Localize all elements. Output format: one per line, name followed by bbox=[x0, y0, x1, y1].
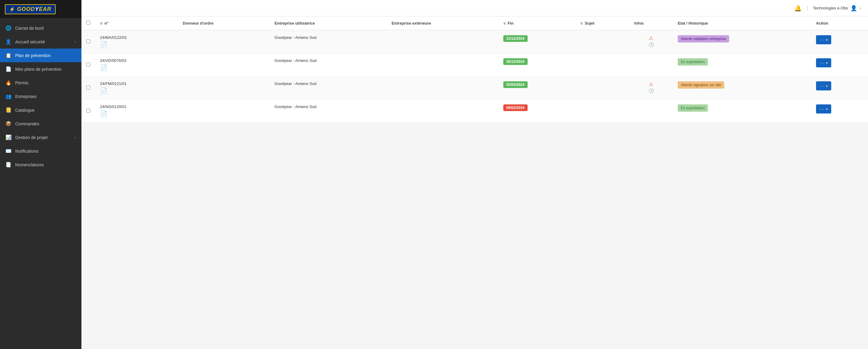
row-infos-2: ⚠ 🕐 bbox=[629, 76, 673, 100]
sidebar-item-notifications[interactable]: ✉️ Notifications bbox=[0, 144, 82, 158]
row-fin-0: 31/12/2024 bbox=[498, 30, 576, 54]
action-button-3[interactable]: ··· ▾ bbox=[816, 104, 832, 113]
sidebar-item-plan-de-prevention[interactable]: 📋 Plan de prévention bbox=[0, 48, 82, 62]
row-checkbox-3[interactable] bbox=[86, 109, 90, 113]
nav-label-notifications: Notifications bbox=[15, 149, 76, 153]
sidebar-logo: ⚡ GOODYEAR bbox=[0, 0, 82, 19]
top-bar: 🔔 | Technologies e-Obs 👤 › bbox=[82, 0, 868, 16]
pdf-icon-0[interactable]: 📄 bbox=[100, 41, 107, 48]
nav-icon-permis: 🔥 bbox=[5, 80, 11, 85]
row-donneur-1 bbox=[178, 54, 270, 76]
row-sujet-0 bbox=[575, 30, 629, 54]
action-button-1[interactable]: ··· ▾ bbox=[816, 58, 832, 67]
sidebar-item-entreprises[interactable]: 👥 Entreprises bbox=[0, 90, 82, 103]
pdf-icon-1[interactable]: 📄 bbox=[100, 64, 107, 71]
row-status-3: En exploitation bbox=[673, 100, 811, 123]
nav-label-gestion-projet: Gestion de projet bbox=[15, 135, 71, 140]
table-header-row: ⇅ n° Donneur d'ordre Entreprise utilisat… bbox=[82, 16, 868, 30]
warning-icon-0: ⚠ bbox=[649, 35, 653, 41]
row-checkbox-cell-1 bbox=[82, 54, 95, 76]
header-sujet: ⇅ Sujet bbox=[575, 16, 629, 30]
action-button-2[interactable]: ··· ▾ bbox=[816, 81, 832, 91]
nav-icon-carnet-de-bord: 🌐 bbox=[5, 25, 11, 31]
sidebar-item-accueil-securite[interactable]: 👤 Accueil sécurité › bbox=[0, 35, 82, 48]
sidebar-item-gestion-projet[interactable]: 📊 Gestion de projet › bbox=[0, 131, 82, 144]
date-badge-3: 09/02/2024 bbox=[503, 104, 528, 111]
table-row: 24/VD/0076/03 📄 Goodyear - Amiens Sud 30… bbox=[82, 54, 868, 76]
sort-fin-icon[interactable]: ⇅ bbox=[503, 22, 506, 25]
row-checkbox-0[interactable] bbox=[86, 39, 90, 43]
sort-numero-icon[interactable]: ⇅ bbox=[100, 22, 102, 25]
header-numero: ⇅ n° bbox=[95, 16, 178, 30]
record-id-2: 24/FM/0121/01 bbox=[100, 81, 173, 86]
record-id-0: 24/MA/0122/01 bbox=[100, 35, 173, 40]
sidebar-item-nomenclatures[interactable]: 📑 Nomenclatures bbox=[0, 158, 82, 171]
nav-icon-commandes: 📦 bbox=[5, 121, 11, 127]
sidebar-item-catalogue[interactable]: 📒 Catalogue bbox=[0, 103, 82, 117]
pdf-icon-3[interactable]: 📄 bbox=[100, 110, 107, 117]
row-numero-0: 24/MA/0122/01 📄 bbox=[95, 30, 178, 54]
plans-table: ⇅ n° Donneur d'ordre Entreprise utilisat… bbox=[82, 16, 868, 123]
date-badge-2: 30/04/2024 bbox=[503, 81, 528, 88]
row-checkbox-1[interactable] bbox=[86, 63, 90, 66]
row-sujet-2 bbox=[575, 76, 629, 100]
row-infos-3 bbox=[629, 100, 673, 123]
header-checkbox-cell bbox=[82, 16, 95, 30]
row-checkbox-cell-2 bbox=[82, 76, 95, 100]
row-checkbox-2[interactable] bbox=[86, 85, 90, 90]
row-entreprise-utilisatrice-1: Goodyear - Amiens Sud bbox=[270, 54, 386, 76]
row-entreprise-utilisatrice-3: Goodyear - Amiens Sud bbox=[270, 100, 386, 123]
nav-icon-mes-plans: 📄 bbox=[5, 66, 11, 72]
row-action-2: ··· ▾ bbox=[811, 76, 868, 100]
clock-icon-0: 🕐 bbox=[649, 42, 654, 47]
action-button-0[interactable]: ··· ▾ bbox=[816, 35, 832, 44]
nav-icon-catalogue: 📒 bbox=[5, 107, 11, 113]
sidebar-nav: 🌐 Carnet de bord 👤 Accueil sécurité › 📋 … bbox=[0, 19, 82, 349]
nav-label-catalogue: Catalogue bbox=[15, 108, 76, 113]
notification-bell-icon[interactable]: 🔔 bbox=[794, 5, 802, 12]
row-sujet-1 bbox=[575, 54, 629, 76]
header-entreprise-utilisatrice: Entreprise utilisatrice bbox=[270, 16, 386, 30]
user-menu-chevron-icon: › bbox=[860, 6, 861, 10]
row-fin-3: 09/02/2024 bbox=[498, 100, 576, 123]
header-fin: ⇅ Fin bbox=[498, 16, 576, 30]
nav-arrow-accueil-securite-icon: › bbox=[75, 40, 76, 44]
row-action-1: ··· ▾ bbox=[811, 54, 868, 76]
content-area: ⇅ n° Donneur d'ordre Entreprise utilisat… bbox=[82, 16, 868, 349]
user-menu[interactable]: Technologies e-Obs 👤 › bbox=[813, 5, 861, 11]
nav-icon-plan-de-prevention: 📋 bbox=[5, 53, 11, 58]
logo-box: ⚡ GOODYEAR bbox=[5, 4, 56, 14]
record-id-3: 24/NS/0120/01 bbox=[100, 104, 173, 109]
info-icons-2: ⚠ 🕐 bbox=[634, 81, 668, 93]
sidebar-item-mes-plans[interactable]: 📄 Mes plans de prévention bbox=[0, 62, 82, 76]
table-row: 24/FM/0121/01 📄 Goodyear - Amiens Sud 30… bbox=[82, 76, 868, 100]
nav-icon-nomenclatures: 📑 bbox=[5, 162, 11, 168]
nav-label-carnet-de-bord: Carnet de bord bbox=[15, 26, 76, 31]
action-chevron-0-icon: ▾ bbox=[826, 38, 828, 42]
row-donneur-0 bbox=[178, 30, 270, 54]
table-row: 24/MA/0122/01 📄 Goodyear - Amiens Sud 31… bbox=[82, 30, 868, 54]
logo-wing-icon: ⚡ bbox=[9, 6, 15, 12]
row-status-2: Attente signature sur site bbox=[673, 76, 811, 100]
action-dots-3: ··· bbox=[820, 107, 825, 111]
select-all-checkbox[interactable] bbox=[86, 21, 90, 25]
action-chevron-1-icon: ▾ bbox=[826, 61, 828, 65]
status-badge-2: Attente signature sur site bbox=[678, 81, 724, 89]
sidebar-item-carnet-de-bord[interactable]: 🌐 Carnet de bord bbox=[0, 21, 82, 35]
nav-icon-notifications: ✉️ bbox=[5, 148, 11, 154]
logo-text: GOODYEAR bbox=[17, 6, 51, 12]
username-label: Technologies e-Obs bbox=[813, 6, 848, 10]
sidebar-item-permis[interactable]: 🔥 Permis bbox=[0, 76, 82, 90]
sort-sujet-icon[interactable]: ⇅ bbox=[580, 22, 583, 25]
row-entreprise-utilisatrice-2: Goodyear - Amiens Sud bbox=[270, 76, 386, 100]
row-numero-3: 24/NS/0120/01 📄 bbox=[95, 100, 178, 123]
pdf-icon-2[interactable]: 📄 bbox=[100, 87, 107, 94]
nav-label-plan-de-prevention: Plan de prévention bbox=[15, 53, 76, 58]
main-area: 🔔 | Technologies e-Obs 👤 › ⇅ n° bbox=[82, 0, 868, 349]
nav-arrow-gestion-projet-icon: › bbox=[75, 135, 76, 140]
row-entreprise-exterieure-1 bbox=[386, 54, 498, 76]
row-entreprise-exterieure-2 bbox=[386, 76, 498, 100]
row-entreprise-exterieure-0 bbox=[386, 30, 498, 54]
header-donneur: Donneur d'ordre bbox=[178, 16, 270, 30]
sidebar-item-commandes[interactable]: 📦 Commandes bbox=[0, 117, 82, 131]
